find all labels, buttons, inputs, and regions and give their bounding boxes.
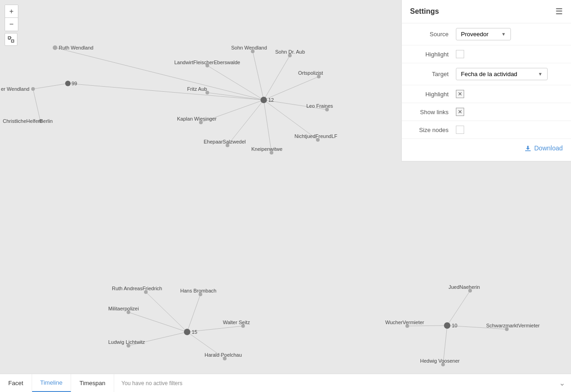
label-harald: Harald Poelchau <box>205 352 242 358</box>
label-ortspolizist: Ortspolizist <box>298 70 323 76</box>
target-dropdown-arrow: ▼ <box>538 72 543 77</box>
node-ruth-wendland[interactable] <box>53 45 57 50</box>
target-row: Target Fecha de la actividad ▼ <box>402 63 571 85</box>
label-ruth-wendland: Ruth Wendland <box>59 45 94 50</box>
source-dropdown[interactable]: Proveedor ▼ <box>456 28 511 40</box>
settings-title: Settings <box>410 7 439 16</box>
svg-rect-1 <box>11 40 14 42</box>
show-links-row: Show links ✕ <box>402 103 571 121</box>
label-jued: JuedNaeherin <box>449 284 480 290</box>
label-militaer: Militaerpolizei <box>108 306 139 311</box>
label-er-wendland: er Wendland <box>1 86 29 92</box>
filter-text: You have no active filters <box>114 380 555 386</box>
label-10-hub: 10 <box>452 323 457 328</box>
zoom-controls: + − <box>5 5 18 31</box>
highlight-target-checkbox[interactable]: ✕ <box>456 90 464 98</box>
show-links-label: Show links <box>410 109 456 116</box>
svg-line-4 <box>55 48 264 100</box>
label-nichtjued: NichtjuedFreundLF <box>294 133 338 139</box>
svg-line-17 <box>33 89 40 121</box>
highlight-source-checkbox[interactable] <box>456 50 464 58</box>
show-links-checkbox[interactable]: ✕ <box>456 108 464 116</box>
svg-line-15 <box>264 100 272 153</box>
label-christliche: ChristlicheHelferBerlin <box>3 118 53 124</box>
label-ludwig: Ludwig Lichtwitz <box>108 339 145 345</box>
show-links-control: ✕ <box>456 108 563 116</box>
download-icon <box>524 144 532 152</box>
label-sohn-wendland: Sohn Wendland <box>231 45 267 50</box>
label-hans-brombach: Hans Brombach <box>180 288 216 293</box>
zoom-out-button[interactable]: − <box>5 18 18 31</box>
source-dropdown-arrow: ▼ <box>501 32 506 37</box>
label-hedwig: Hedwig Voosener <box>420 358 460 364</box>
label-leo-fraines: Leo Fraines <box>306 103 333 109</box>
settings-panel: Settings ☰ Source Proveedor ▼ Highlight … <box>401 0 571 161</box>
target-dropdown[interactable]: Fecha de la actividad ▼ <box>456 68 548 80</box>
source-row: Source Proveedor ▼ <box>402 23 571 45</box>
label-kaplan: Kaplan Wiesinger <box>177 116 217 121</box>
label-12-hub: 12 <box>268 97 274 103</box>
target-control: Fecha de la actividad ▼ <box>456 68 563 80</box>
highlight-target-row: Highlight ✕ <box>402 85 571 103</box>
target-label: Target <box>410 71 456 77</box>
download-row: Download <box>402 139 571 152</box>
bottom-collapse-arrow[interactable]: ⌄ <box>555 376 569 390</box>
label-ruth-andreas: Ruth AndreasFriedrich <box>112 286 162 291</box>
hamburger-icon[interactable]: ☰ <box>555 6 563 17</box>
svg-line-16 <box>33 83 68 89</box>
settings-header: Settings ☰ <box>402 0 571 23</box>
label-99: 99 <box>72 81 77 86</box>
node-er-wendland[interactable] <box>31 87 35 91</box>
svg-line-8 <box>264 55 290 100</box>
svg-line-9 <box>264 77 319 100</box>
size-nodes-row: Size nodes <box>402 121 571 139</box>
svg-line-20 <box>128 312 187 332</box>
highlight-source-control <box>456 50 563 58</box>
label-15-hub: 15 <box>192 329 197 335</box>
svg-line-25 <box>407 326 447 326</box>
highlight-source-row: Highlight <box>402 45 571 63</box>
svg-line-24 <box>447 291 470 326</box>
highlight-target-label: Highlight <box>410 91 456 98</box>
svg-line-10 <box>207 93 264 100</box>
svg-line-18 <box>146 292 187 332</box>
node-99[interactable] <box>65 81 71 86</box>
label-walter-seitz: Walter Seitz <box>223 320 250 325</box>
zoom-in-button[interactable]: + <box>5 5 18 18</box>
svg-line-19 <box>187 294 200 332</box>
source-control: Proveedor ▼ <box>456 28 563 40</box>
label-wucher: WucherVermieter <box>385 320 424 325</box>
download-button[interactable]: Download <box>524 144 563 152</box>
svg-line-6 <box>207 66 264 100</box>
tab-facet[interactable]: Facet <box>0 374 32 392</box>
svg-rect-28 <box>525 150 531 151</box>
source-label: Source <box>410 31 456 38</box>
tab-timespan[interactable]: Timespan <box>71 374 114 392</box>
size-nodes-checkbox[interactable] <box>456 126 464 134</box>
fit-button[interactable] <box>5 33 17 46</box>
size-nodes-label: Size nodes <box>410 127 456 133</box>
highlight-target-control: ✕ <box>456 90 563 98</box>
bottom-bar: Facet Timeline Timespan You have no acti… <box>0 374 571 392</box>
tab-timeline[interactable]: Timeline <box>32 374 72 392</box>
label-kneipe: Kneipenwitwe <box>251 146 283 152</box>
node-10-hub[interactable] <box>444 322 450 329</box>
svg-line-5 <box>68 83 264 100</box>
label-fritz-aub: Fritz Aub <box>187 86 207 92</box>
node-15-hub[interactable] <box>184 329 190 335</box>
label-ehepaar: EhepaarSalzwedel <box>204 139 246 144</box>
highlight-source-label: Highlight <box>410 51 456 58</box>
svg-line-7 <box>253 51 264 100</box>
size-nodes-control <box>456 126 563 134</box>
node-12-hub[interactable] <box>261 97 267 103</box>
label-sohn-dr-aub: Sohn Dr. Aub <box>275 49 305 55</box>
label-schwarzmarkt: SchwarzmarktVermieter <box>486 323 540 328</box>
svg-rect-0 <box>8 37 11 39</box>
label-landwirt: LandwirtFleischerEberswalde <box>174 60 240 65</box>
